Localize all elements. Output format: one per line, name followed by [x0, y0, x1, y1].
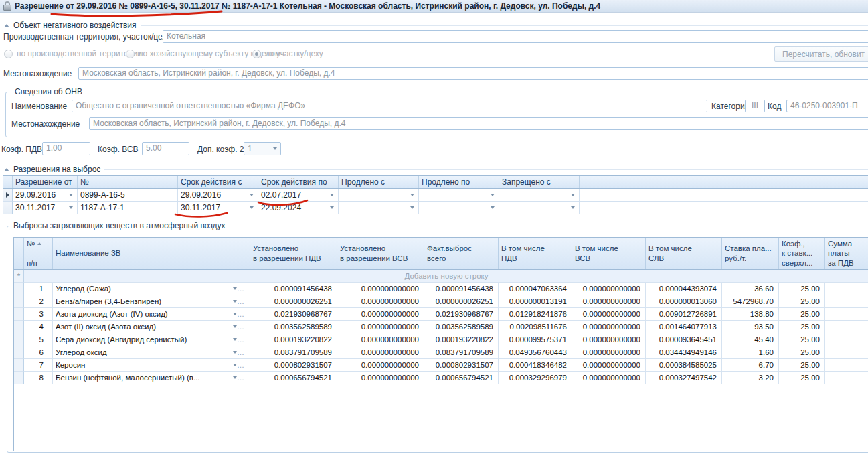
cell-incl-pdv[interactable]: 0.000418346482 — [499, 359, 572, 372]
cell-num[interactable]: 3 — [24, 308, 53, 321]
cell-set-vsv[interactable]: 0.000000000000 — [337, 333, 424, 346]
territory-input[interactable]: Котельная — [163, 30, 868, 43]
cell-incl-vsv[interactable]: 0.000000000000 — [572, 372, 646, 384]
cell-set-pdv[interactable]: 0.003562589589 — [250, 321, 337, 333]
chevron-down-icon[interactable] — [273, 147, 277, 150]
cell-fact[interactable]: 0.000802931507 — [424, 359, 499, 372]
cell-sum[interactable] — [825, 359, 868, 372]
column-header[interactable]: Запрещено с — [499, 176, 580, 188]
section-header-permits[interactable]: Разрешения на выброс — [4, 165, 868, 174]
chevron-down-icon[interactable] — [571, 194, 575, 196]
cell-set-pdv[interactable]: 0.021930968767 — [250, 308, 337, 321]
ellipsis-button[interactable]: … — [237, 359, 244, 371]
column-header-incl-slv[interactable]: В том числе СЛВ — [646, 238, 722, 269]
cell-coef[interactable]: 25.00 — [779, 372, 825, 384]
radio-selected-icon[interactable] — [252, 50, 261, 58]
cell-fact[interactable]: 0.083791709589 — [424, 346, 499, 359]
cell-coef[interactable]: 25.00 — [779, 295, 825, 308]
cell-set-pdv[interactable]: 0.000656794521 — [250, 372, 337, 384]
column-header-rate[interactable]: Ставка пла... руб./т. — [722, 238, 779, 269]
cell-coef[interactable]: 25.00 — [779, 346, 825, 359]
cell-incl-vsv[interactable]: 0.000000000000 — [572, 321, 646, 333]
cell-permit-number[interactable]: 1187-А-17-1 — [78, 202, 178, 214]
cell-incl-slv[interactable]: 0.000044393074 — [646, 283, 722, 295]
column-header-fact[interactable]: Факт.выброс всего — [424, 238, 499, 269]
cell-extended-from[interactable] — [339, 202, 419, 214]
cell-incl-slv[interactable]: 0.000000013060 — [646, 295, 722, 308]
chevron-down-icon[interactable] — [330, 206, 334, 209]
chevron-down-icon[interactable] — [410, 194, 414, 196]
cell-num[interactable]: 6 — [24, 346, 53, 359]
cell-set-pdv[interactable]: 0.000091456438 — [250, 283, 337, 295]
column-header-incl-vsv[interactable]: В том числе ВСВ — [572, 238, 646, 269]
column-header-coef[interactable]: Коэф., к ставк... сверхл... — [779, 238, 825, 269]
chevron-down-icon[interactable] — [69, 206, 73, 209]
row-indicator[interactable] — [14, 359, 24, 372]
column-header-substance[interactable]: Наименование ЗВ — [53, 238, 250, 269]
coef-pdv-input[interactable]: 1.00 — [42, 142, 90, 155]
cell-rate[interactable]: 93.50 — [722, 321, 779, 333]
cell-fact[interactable]: 0.000091456438 — [424, 283, 499, 295]
ellipsis-button[interactable]: … — [237, 295, 244, 307]
cell-fact[interactable]: 0.000000026251 — [424, 295, 499, 308]
code-input[interactable]: 46-0250-003901-П — [786, 100, 868, 112]
current-row-indicator[interactable] — [3, 189, 13, 202]
chevron-down-icon[interactable] — [571, 206, 575, 209]
chevron-down-icon[interactable] — [491, 206, 495, 209]
cell-banned-from[interactable] — [499, 189, 580, 202]
cell-incl-pdv[interactable]: 0.012918241876 — [499, 308, 572, 321]
cell-rate[interactable]: 45.40 — [722, 333, 779, 346]
row-indicator[interactable] — [14, 308, 24, 321]
cell-rate[interactable]: 3.20 — [722, 372, 779, 384]
cell-substance[interactable]: Азот (II) оксид (Азота оксид)… — [53, 321, 250, 333]
cell-extended-to[interactable] — [419, 189, 499, 202]
row-indicator[interactable] — [3, 202, 13, 214]
column-header[interactable]: Срок действия по — [258, 176, 339, 188]
ellipsis-button[interactable]: … — [237, 283, 244, 295]
cell-incl-pdv[interactable]: 0.000047063364 — [499, 283, 572, 295]
cell-incl-vsv[interactable]: 0.000000000000 — [572, 295, 646, 308]
row-indicator[interactable] — [14, 283, 24, 295]
cell-incl-slv[interactable]: 0.000384585025 — [646, 359, 722, 372]
cell-banned-from[interactable] — [499, 202, 580, 214]
cell-set-vsv[interactable]: 0.000000000000 — [337, 346, 424, 359]
recalculate-button[interactable]: Пересчитать, обновит — [774, 46, 868, 62]
cell-extended-to[interactable] — [419, 202, 499, 214]
location-input[interactable]: Московская область, Истринский район, г.… — [78, 67, 868, 80]
cell-substance[interactable]: Азота диоксид (Азот (IV) оксид)… — [53, 308, 250, 321]
chevron-down-icon[interactable] — [250, 206, 254, 209]
column-header[interactable]: Срок действия с — [178, 176, 258, 188]
ellipsis-button[interactable]: … — [237, 308, 244, 320]
cell-set-pdv[interactable]: 0.000193220822 — [250, 333, 337, 346]
cell-num[interactable]: 8 — [24, 372, 53, 384]
cell-rate[interactable]: 6.70 — [722, 359, 779, 372]
cell-incl-slv[interactable]: 0.009012726891 — [646, 308, 722, 321]
row-indicator[interactable] — [14, 372, 24, 384]
column-header[interactable]: Продлено по — [419, 176, 499, 188]
cell-incl-pdv[interactable]: 0.000099575371 — [499, 333, 572, 346]
cell-set-pdv[interactable]: 0.083791709589 — [250, 346, 337, 359]
cell-num[interactable]: 5 — [24, 333, 53, 346]
cell-set-vsv[interactable]: 0.000000000000 — [337, 372, 424, 384]
cell-coef[interactable]: 25.00 — [779, 283, 825, 295]
cell-substance[interactable]: Бенз/а/пирен (3,4-Бензпирен)… — [53, 295, 250, 308]
add-row-label[interactable]: Добавить новую строку — [24, 270, 868, 283]
cell-substance[interactable]: Углерод (Сажа)… — [53, 283, 250, 295]
collapse-icon[interactable] — [4, 24, 9, 27]
cell-coef[interactable]: 25.00 — [779, 321, 825, 333]
cell-num[interactable]: 4 — [24, 321, 53, 333]
chevron-down-icon[interactable] — [250, 194, 254, 196]
cell-num[interactable]: 2 — [24, 295, 53, 308]
cell-valid-from[interactable]: 30.11.2017 — [178, 202, 258, 214]
cell-permit-number[interactable]: 0899-А-16-5 — [78, 189, 178, 202]
ellipsis-button[interactable]: … — [237, 372, 244, 384]
cell-fact[interactable]: 0.000656794521 — [424, 372, 499, 384]
cell-num[interactable]: 7 — [24, 359, 53, 372]
row-indicator[interactable] — [14, 321, 24, 333]
cell-rate[interactable]: 1.60 — [722, 346, 779, 359]
cell-num[interactable]: 1 — [24, 283, 53, 295]
cell-substance[interactable]: Сера диоксид (Ангидрид сернистый)… — [53, 333, 250, 346]
cell-coef[interactable]: 25.00 — [779, 359, 825, 372]
coef-vsv-input[interactable]: 5.00 — [142, 142, 189, 155]
cell-rate[interactable]: 36.60 — [722, 283, 779, 295]
